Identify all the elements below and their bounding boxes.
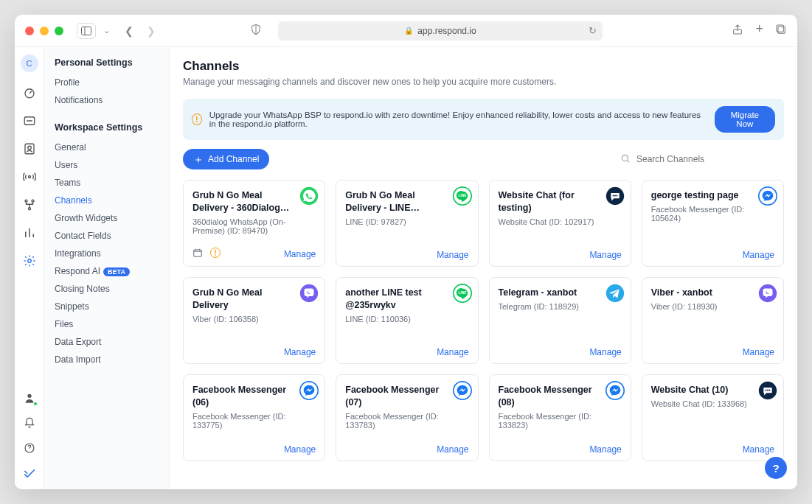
warning-icon[interactable]: ! [210, 248, 221, 258]
inbox-icon[interactable] [22, 113, 37, 128]
manage-link[interactable]: Manage [284, 444, 316, 455]
svg-point-10 [28, 176, 30, 178]
svg-point-15 [27, 394, 31, 398]
channel-title: Grub N Go Meal Delivery [192, 287, 316, 312]
channel-subtitle: Viber (ID: 118930) [651, 302, 774, 311]
settings-item-profile[interactable]: Profile [55, 74, 169, 91]
share-button[interactable] [732, 24, 743, 38]
calendar-icon[interactable] [192, 248, 203, 260]
messenger-icon [605, 381, 625, 400]
chevron-down-icon[interactable]: ⌄ [103, 26, 110, 35]
brand-logo-icon[interactable] [22, 466, 37, 480]
manage-link[interactable]: Manage [284, 249, 316, 259]
settings-item-data-export[interactable]: Data Export [55, 333, 169, 351]
workspace-settings-heading: Workspace Settings [55, 122, 169, 133]
broadcast-icon[interactable] [22, 169, 37, 184]
svg-point-33 [453, 382, 471, 399]
svg-point-11 [25, 200, 27, 202]
svg-rect-0 [82, 27, 91, 35]
nav-rail: C [15, 47, 44, 489]
help-icon[interactable] [22, 441, 37, 455]
messenger-icon [453, 381, 472, 400]
user-avatar[interactable]: C [21, 55, 38, 72]
manage-link[interactable]: Manage [437, 250, 468, 260]
channel-subtitle: Facebook Messenger (ID: 133775) [192, 412, 316, 430]
channel-subtitle: Website Chat (ID: 133968) [651, 399, 774, 408]
manage-link[interactable]: Manage [284, 347, 316, 357]
channel-subtitle: Viber (ID: 106358) [192, 315, 316, 323]
channel-card: Facebook Messenger (08)Facebook Messenge… [489, 374, 631, 461]
settings-icon[interactable] [22, 253, 37, 268]
manage-link[interactable]: Manage [743, 250, 774, 260]
close-window-button[interactable] [25, 27, 34, 35]
address-bar[interactable]: 🔒 app.respond.io ↻ [278, 21, 603, 41]
settings-item-growth-widgets[interactable]: Growth Widgets [55, 209, 169, 227]
beta-badge: BETA [103, 267, 130, 276]
channel-subtitle: Telegram (ID: 118929) [499, 302, 622, 311]
settings-item-integrations[interactable]: Integrations [55, 245, 169, 262]
warning-icon: ! [192, 113, 202, 125]
notifications-icon[interactable] [22, 416, 37, 430]
manage-link[interactable]: Manage [589, 250, 621, 260]
back-button[interactable]: ❮ [125, 25, 133, 37]
manage-link[interactable]: Manage [589, 444, 621, 455]
reports-icon[interactable] [22, 225, 37, 240]
fullscreen-window-button[interactable] [55, 27, 63, 35]
new-tab-button[interactable]: + [755, 24, 763, 38]
settings-item-data-import[interactable]: Data Import [55, 351, 169, 368]
lock-icon: 🔒 [404, 27, 413, 35]
contacts-icon[interactable] [22, 141, 37, 156]
settings-item-contact-fields[interactable]: Contact Fields [55, 227, 169, 245]
telegram-icon [605, 284, 625, 303]
manage-link[interactable]: Manage [589, 347, 621, 357]
settings-item-snippets[interactable]: Snippets [55, 298, 169, 315]
settings-item-notifications[interactable]: Notifications [55, 91, 169, 109]
workflows-icon[interactable] [22, 197, 37, 212]
sidebar-toggle-button[interactable] [77, 23, 96, 39]
manage-link[interactable]: Manage [437, 347, 468, 357]
minimize-window-button[interactable] [40, 27, 49, 35]
page-title: Channels [183, 59, 784, 74]
settings-item-closing-notes[interactable]: Closing Notes [55, 280, 169, 298]
search-channels-input[interactable] [636, 154, 784, 164]
channel-card: george testing pageFacebook Messenger (I… [642, 180, 784, 267]
channel-title: Grub N Go Meal Delivery - 360Dialog… [192, 189, 316, 214]
help-fab-button[interactable]: ? [765, 457, 787, 479]
manage-link[interactable]: Manage [743, 347, 774, 357]
channel-title: Website Chat (10) [651, 384, 774, 396]
app-window: ⌄ ❮ ❯ 🔒 app.respond.io ↻ + C [15, 15, 797, 489]
svg-point-24 [614, 195, 616, 197]
chat-dark-icon [758, 381, 777, 400]
svg-point-25 [616, 195, 617, 197]
settings-item-files[interactable]: Files [55, 315, 169, 333]
url-host: app.respond.io [417, 26, 476, 36]
settings-item-general[interactable]: General [55, 139, 169, 156]
settings-item-respond-ai[interactable]: Respond AIBETA [55, 262, 169, 280]
channel-subtitle: Facebook Messenger (ID: 133823) [499, 412, 622, 430]
reload-button[interactable]: ↻ [589, 25, 597, 36]
svg-point-37 [767, 390, 768, 391]
presence-icon[interactable] [22, 391, 37, 405]
personal-settings-heading: Personal Settings [55, 57, 169, 68]
migrate-now-button[interactable]: Migrate Now [715, 106, 775, 133]
search-icon [620, 153, 631, 166]
svg-point-9 [27, 146, 31, 150]
channel-card: Website Chat (for testing)Website Chat (… [489, 180, 631, 267]
channel-card: Grub N Go Meal DeliveryViber (ID: 106358… [183, 277, 325, 364]
add-channel-button[interactable]: ＋ Add Channel [183, 149, 269, 169]
messenger-icon [299, 381, 319, 400]
channel-subtitle: LINE (ID: 110036) [345, 315, 468, 323]
channel-subtitle: Website Chat (ID: 102917) [499, 217, 622, 226]
settings-item-channels[interactable]: Channels [55, 192, 169, 209]
settings-item-teams[interactable]: Teams [55, 174, 169, 192]
privacy-shield-icon[interactable] [250, 24, 262, 38]
settings-item-users[interactable]: Users [55, 156, 169, 174]
channel-title: Viber - xanbot [651, 287, 774, 299]
tab-overview-button[interactable] [775, 24, 787, 38]
manage-link[interactable]: Manage [437, 444, 468, 455]
svg-point-31 [759, 284, 777, 302]
manage-link[interactable]: Manage [743, 444, 774, 455]
browser-titlebar: ⌄ ❮ ❯ 🔒 app.respond.io ↻ + [15, 15, 797, 47]
forward-button[interactable]: ❯ [147, 25, 156, 37]
dashboard-icon[interactable] [22, 85, 37, 100]
